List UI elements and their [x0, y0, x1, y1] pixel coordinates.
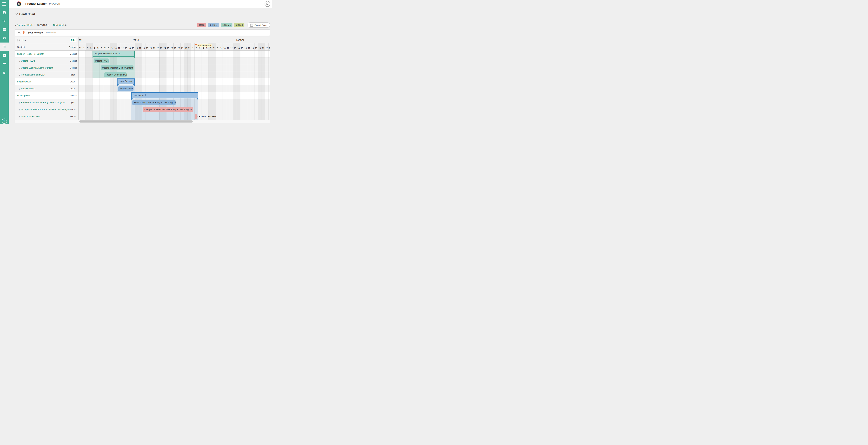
- subject-link[interactable]: Development: [17, 94, 31, 97]
- subject-link[interactable]: Support Ready For Launch: [17, 53, 44, 55]
- day-header-cell: 19: [254, 43, 258, 50]
- subject-link[interactable]: Incorporate Feedback from Early Access P…: [21, 108, 70, 111]
- day-header-cell: 6: [100, 43, 103, 50]
- subject-link[interactable]: Product Demo and Q&A: [21, 73, 45, 76]
- day-header-cell: 16: [135, 43, 138, 50]
- day-header-cell: 20: [258, 43, 261, 50]
- child-arrow-icon: ↳: [18, 60, 20, 62]
- day-header-cell: 2: [86, 43, 89, 50]
- subject-link[interactable]: Update Webinar, Demo Content: [21, 66, 53, 69]
- day-header-cell: 26: [170, 43, 174, 50]
- table-row: ↳Update FAQ'sMelissa: [15, 58, 78, 64]
- gantt-bar-parent[interactable]: Support Ready For Launch: [93, 51, 135, 57]
- help-icon[interactable]: ?: [2, 119, 7, 124]
- project-key: (PRODUCT): [49, 3, 60, 5]
- day-header-cell: 16: [244, 43, 247, 50]
- day-header-cell: 15: [240, 43, 244, 50]
- board-icon[interactable]: [0, 34, 9, 42]
- gantt-bar[interactable]: Incorporate Feedback from Early Access P…: [143, 107, 193, 112]
- day-header-cell: 8: [216, 43, 219, 50]
- assignee-value: Melissa: [70, 60, 77, 62]
- gantt-bar-parent[interactable]: Development: [131, 92, 198, 98]
- milestone-panel: Beta Release 2021/02/02: [14, 30, 270, 36]
- day-header-cell: 13: [124, 43, 128, 50]
- gantt-bar-parent[interactable]: Legal Review: [117, 78, 135, 84]
- day-header-cell: 20: [149, 43, 152, 50]
- chevron-up-icon[interactable]: [18, 31, 21, 34]
- files-icon[interactable]: [0, 60, 9, 69]
- day-header-cell: 31: [79, 43, 82, 50]
- day-header-cell: 7: [212, 43, 216, 50]
- legend-chip: Closed: [234, 23, 244, 27]
- gantt-bar[interactable]: Update FAQ's: [94, 59, 109, 63]
- export-excel-button[interactable]: Export Excel: [247, 22, 270, 28]
- weekend-stripe: [86, 51, 89, 120]
- gantt-bar[interactable]: Enroll Participants for Early Access Pro…: [132, 100, 176, 105]
- assignee-value: Melissa: [70, 53, 77, 55]
- chevron-down-icon[interactable]: [14, 13, 18, 15]
- wiki-icon[interactable]: w: [0, 51, 9, 60]
- weekend-stripe: [261, 51, 265, 120]
- day-header-cell: 11: [117, 43, 121, 50]
- gantt-icon[interactable]: [0, 42, 9, 51]
- milestone-title: Beta Release: [28, 31, 43, 34]
- subject-link[interactable]: Enroll Participants for Early Access Pro…: [21, 101, 65, 104]
- issues-list-icon[interactable]: [0, 25, 9, 34]
- day-header-row: 3112345678910111213141516171819202122232…: [79, 43, 270, 51]
- gantt-section-header: Gantt Chart: [14, 12, 35, 16]
- horizontal-scrollbar-track[interactable]: [15, 120, 270, 123]
- gantt-bar[interactable]: Review Terms: [118, 86, 133, 91]
- weekend-stripe: [233, 51, 237, 120]
- child-arrow-icon: ↳: [18, 66, 20, 69]
- weekend-stripe: [237, 51, 240, 120]
- child-arrow-icon: ↳: [18, 73, 20, 76]
- sidebar: w ?: [0, 0, 9, 124]
- separator: |: [51, 24, 51, 26]
- child-arrow-icon: ↳: [18, 101, 20, 104]
- subject-link[interactable]: Legal Review: [17, 81, 31, 83]
- page-title: Product Launch: [25, 2, 48, 5]
- next-week-link[interactable]: Next Week: [53, 24, 65, 26]
- search-icon[interactable]: [265, 1, 270, 7]
- hide-button[interactable]: Hide: [17, 38, 27, 42]
- table-row: ↳Update Webinar, Demo ContentMelissa: [15, 64, 78, 71]
- day-header-cell: 21: [152, 43, 156, 50]
- section-title-label: Gantt Chart: [19, 12, 35, 16]
- day-header-cell: 9: [219, 43, 222, 50]
- legend-chip: Resolv...: [221, 23, 232, 27]
- day-header-cell: 29: [180, 43, 184, 50]
- subject-column-header: Subject: [17, 46, 25, 49]
- spreadsheet-icon: [250, 24, 253, 27]
- day-header-cell: 10: [222, 43, 226, 50]
- subject-link[interactable]: Update FAQ's: [21, 60, 35, 62]
- legend-chip: In Pro...: [208, 23, 219, 27]
- day-header-cell: 14: [128, 43, 131, 50]
- subject-link[interactable]: Launch to All Users: [21, 115, 40, 118]
- day-header-cell: 18: [142, 43, 145, 50]
- gantt-bar-milestone-day[interactable]: [195, 114, 197, 119]
- assignee-value: Melissa: [70, 67, 77, 69]
- previous-week-link[interactable]: Previous Week: [17, 24, 33, 26]
- child-arrow-icon: ↳: [18, 87, 20, 90]
- table-row: ↳Product Demo and Q&APeter: [15, 71, 78, 78]
- day-header-cell: 19: [145, 43, 149, 50]
- assignee-value: Owen: [70, 81, 75, 83]
- svg-text:w: w: [3, 55, 5, 57]
- subject-link[interactable]: Review Terms: [21, 87, 35, 90]
- timeline-row: [79, 78, 270, 85]
- day-header-cell: 13: [233, 43, 237, 50]
- horizontal-scrollbar-thumb[interactable]: [79, 121, 193, 123]
- assignee-value: Melissa: [70, 94, 77, 97]
- gantt-bar[interactable]: Product Demo and Q&A: [104, 72, 127, 77]
- settings-gear-icon[interactable]: [0, 69, 9, 77]
- child-arrow-icon: ↳: [18, 108, 20, 111]
- add-issue-icon[interactable]: [0, 17, 9, 25]
- home-icon[interactable]: [0, 8, 9, 17]
- column-header-row: Subject Assignee: [15, 43, 78, 51]
- menu-icon[interactable]: [0, 0, 9, 8]
- timeline-row: [79, 85, 270, 92]
- day-header-cell: 17: [247, 43, 251, 50]
- table-row: Support Ready For LaunchMelissa: [15, 51, 78, 58]
- gantt-bar[interactable]: Update Webinar, Demo Content: [101, 65, 134, 70]
- edit-button[interactable]: Edit: [70, 38, 76, 42]
